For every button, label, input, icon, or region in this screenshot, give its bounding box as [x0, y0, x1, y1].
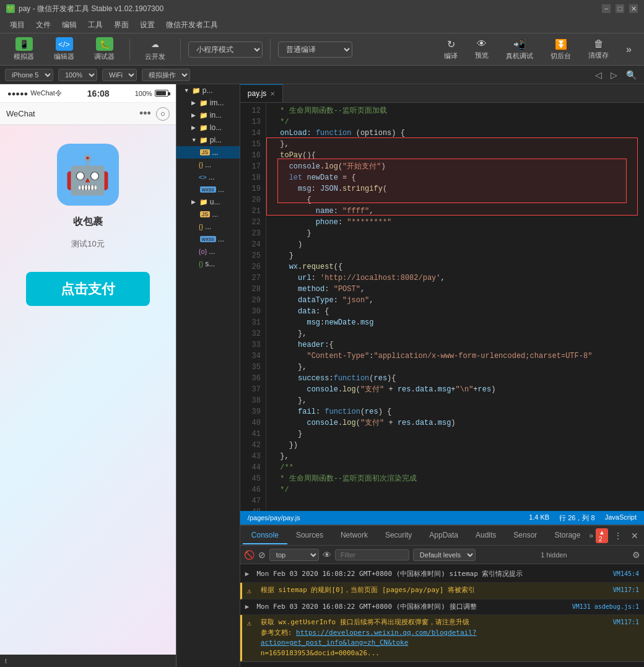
title-bar: 💚 pay - 微信开发者工具 Stable v1.02.1907300 − □… [0, 0, 644, 17]
simulator-button[interactable]: 📱 模拟器 [6, 35, 41, 64]
network-select[interactable]: WiFi [102, 69, 137, 81]
devtools-close-btn[interactable]: ✕ [628, 530, 642, 542]
menu-item-file[interactable]: 文件 [31, 18, 56, 32]
search-button[interactable]: 🔍 [624, 69, 639, 81]
device-debug-button[interactable]: 📲 真机调试 [500, 36, 539, 63]
minimize-button[interactable]: − [602, 4, 611, 13]
devtools-error-badge: ▲ 2 [596, 528, 608, 543]
devtools-tab-appdata[interactable]: AppData [420, 527, 467, 544]
mode-select[interactable]: 小程序模式 [188, 41, 263, 58]
scrollbar[interactable] [638, 103, 644, 511]
code-line-24: phone: "********" [271, 217, 633, 228]
editor-button[interactable]: </> 编辑器 [46, 35, 82, 64]
tree-item-pi[interactable]: ▼ 📁 pi... [176, 134, 240, 146]
phone-frame: ●●●●● WeChat令 16:08 100% WeChat ••• [0, 84, 176, 655]
compile-select[interactable]: 普通编译 [278, 41, 352, 58]
code-line-49: */ [271, 484, 633, 495]
tree-item-wxss2[interactable]: wxss ... [176, 233, 240, 245]
devtools-stop-btn[interactable]: ⊘ [258, 550, 266, 560]
devtools-tab-storage[interactable]: Storage [546, 527, 589, 544]
line-numbers: 1213141516 1718192021 2223242526 2728293… [240, 103, 266, 511]
rotate-right-button[interactable]: ▷ [608, 69, 620, 81]
pay-button[interactable]: 点击支付 [26, 272, 150, 306]
code-line-32: data: { [271, 306, 633, 317]
more-button[interactable]: » [620, 41, 638, 58]
simulator-bottom-bar: t [0, 655, 176, 667]
tree-item-js2[interactable]: JS ... [176, 208, 240, 220]
config-icon: {o} [199, 248, 207, 255]
console-filter-input[interactable] [335, 549, 409, 560]
refresh-button[interactable]: ↻ 编译 [438, 36, 464, 63]
devtools-more-btn[interactable]: ⋮ [611, 530, 625, 542]
entry-2-source[interactable]: VM117:1 [613, 585, 639, 595]
devtools-tab-audits[interactable]: Audits [467, 527, 505, 544]
close-button[interactable]: ✕ [629, 4, 638, 13]
tab-payjs[interactable]: pay.js ✕ [240, 84, 283, 102]
code-content[interactable]: * 生命周期函数--监听页面加载 */ onLoad: function (op… [266, 103, 638, 511]
tree-item-s[interactable]: {} s... [176, 258, 240, 270]
devtools-tab-network[interactable]: Network [332, 527, 376, 544]
tree-label-u: u... [210, 198, 220, 206]
maximize-button[interactable]: □ [616, 4, 624, 13]
devtools-settings-btn[interactable]: ⚙ [632, 550, 640, 560]
code-line-43: } [271, 429, 633, 440]
console-entry-3: ▶ Mon Feb 03 2020 16:08:22 GMT+0800 (中国标… [240, 599, 644, 616]
rotate-left-button[interactable]: ◁ [593, 69, 604, 81]
tree-label-s: s... [205, 259, 215, 268]
tree-item-im[interactable]: ▶ 📁 im... [176, 97, 240, 109]
tree-item-lo[interactable]: ▶ 📁 lo... [176, 121, 240, 134]
editor-icon: </> [56, 37, 73, 51]
tree-item-json2[interactable]: {} ... [176, 220, 240, 233]
tab-payjs-close[interactable]: ✕ [270, 90, 275, 97]
tree-item-in[interactable]: ▶ 📁 in... [176, 109, 240, 121]
context-select[interactable]: top [269, 549, 319, 561]
devtools-tab-sensor[interactable]: Sensor [505, 527, 546, 544]
cursor-position: 行 26，列 8 [559, 513, 594, 523]
clear-button[interactable]: 🗑 清缓存 [582, 36, 615, 63]
entry-3-caret: ▶ [245, 602, 250, 613]
entry-1-source[interactable]: VM145:4 [613, 569, 639, 578]
tree-item-wxml1[interactable]: <> ... [176, 171, 240, 183]
preview-button[interactable]: 👁 预览 [469, 36, 495, 63]
cloud-button[interactable]: ☁ 云开发 [137, 35, 173, 64]
refresh-icon: ↻ [447, 38, 455, 50]
tree-item-p[interactable]: ▼ 📁 p... [176, 84, 240, 97]
wxml-icon-1: <> [199, 173, 207, 181]
devtools-eye-btn[interactable]: 👁 [323, 550, 331, 560]
devtools-tab-console[interactable]: Console [243, 527, 287, 544]
tree-item-config[interactable]: {o} ... [176, 245, 240, 258]
levels-select[interactable]: Default levels [413, 549, 476, 561]
code-line-13: */ [271, 116, 633, 128]
tree-item-wxss1[interactable]: wxss ... [176, 183, 240, 196]
tree-arrow-im: ▶ [191, 100, 198, 106]
tree-label-json1: ... [205, 160, 211, 169]
tree-item-json1[interactable]: {} ... [176, 159, 240, 171]
simulator-t-label: t [5, 658, 7, 665]
device-select[interactable]: iPhone 5 [5, 69, 53, 81]
folder-icon-in: 📁 [199, 111, 208, 120]
code-line-26: ) [271, 239, 633, 250]
filepath: /pages/pay/pay.js [248, 514, 300, 521]
operation-select[interactable]: 模拟操作 [142, 69, 190, 81]
nav-circle-icon: ○ [156, 107, 170, 121]
scale-select[interactable]: 100% [58, 69, 97, 81]
debugger-button[interactable]: 🐛 调试器 [87, 35, 122, 64]
tree-label-js2: ... [212, 210, 218, 219]
menu-item-project[interactable]: 项目 [5, 18, 30, 32]
cutback-button[interactable]: ⏬ 切后台 [544, 36, 577, 63]
entry-3-source[interactable]: VM131 asdebug.js:1 [572, 602, 639, 611]
devtools-tab-security[interactable]: Security [376, 527, 420, 544]
tree-item-u[interactable]: ▶ 📁 u... [176, 196, 240, 208]
devtools-clear-btn[interactable]: 🚫 [244, 550, 255, 560]
menu-item-tools[interactable]: 工具 [83, 18, 108, 32]
menu-item-edit[interactable]: 编辑 [57, 18, 82, 32]
devtools-tab-sources[interactable]: Sources [287, 527, 332, 544]
tree-item-js1[interactable]: JS ... [176, 146, 240, 159]
menu-item-settings[interactable]: 设置 [135, 18, 160, 32]
console-input-bar: › [240, 661, 644, 667]
s-icon: {} [199, 260, 203, 268]
menu-item-wechat-devtools[interactable]: 微信开发者工具 [161, 18, 223, 32]
entry-4-source[interactable]: VM117:1 [613, 617, 639, 627]
devtools-more-icon[interactable]: » [589, 531, 593, 540]
menu-item-interface[interactable]: 界面 [109, 18, 134, 32]
